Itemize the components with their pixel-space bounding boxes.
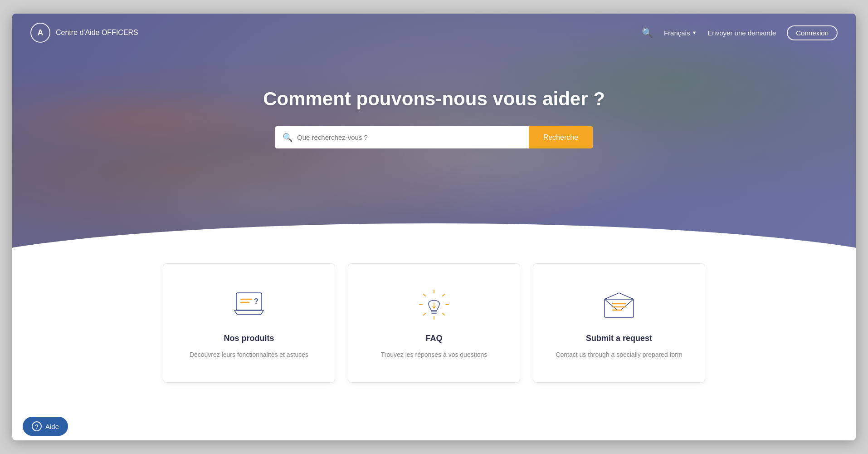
- card-faq-title: FAQ: [425, 334, 442, 343]
- svg-line-8: [424, 294, 425, 296]
- hero-title: Comment pouvons-nous vous aider ?: [263, 88, 605, 110]
- envelope-icon: [601, 286, 637, 323]
- card-faq[interactable]: FAQ Trouvez les réponses à vos questions: [348, 263, 520, 383]
- card-submit-request[interactable]: Submit a request Contact us through a sp…: [533, 263, 705, 383]
- help-button[interactable]: ? Aide: [23, 417, 68, 436]
- white-section: ? Nos produits Découvrez leurs fonctionn…: [12, 277, 856, 401]
- search-input-wrap: 🔍: [275, 126, 529, 148]
- search-input-icon: 🔍: [283, 133, 293, 143]
- language-selector[interactable]: Français ▼: [664, 29, 697, 37]
- navbar: A Centre d'Aide OFFICERS 🔍 Français ▼ En…: [12, 14, 856, 52]
- hero-content: Comment pouvons-nous vous aider ? 🔍 Rech…: [12, 52, 856, 148]
- search-bar: 🔍 Recherche: [275, 126, 593, 148]
- svg-rect-15: [605, 299, 634, 317]
- svg-line-11: [424, 313, 425, 315]
- search-input[interactable]: [297, 126, 522, 148]
- card-faq-desc: Trouvez les réponses à vos questions: [381, 350, 488, 360]
- card-submit-request-desc: Contact us through a specially prepared …: [556, 350, 682, 360]
- login-button[interactable]: Connexion: [787, 25, 838, 40]
- search-icon[interactable]: 🔍: [642, 27, 653, 38]
- send-request-link[interactable]: Envoyer une demande: [707, 29, 776, 37]
- search-button[interactable]: Recherche: [529, 126, 593, 148]
- cards-section: ? Nos produits Découvrez leurs fonctionn…: [30, 263, 838, 383]
- hero-section: A Centre d'Aide OFFICERS 🔍 Français ▼ En…: [12, 14, 856, 277]
- laptop-icon: ?: [231, 286, 267, 323]
- card-nos-produits[interactable]: ? Nos produits Découvrez leurs fonctionn…: [163, 263, 335, 383]
- nav-right: 🔍 Français ▼ Envoyer une demande Connexi…: [642, 25, 838, 40]
- nav-left: A Centre d'Aide OFFICERS: [30, 23, 138, 43]
- lightbulb-icon: [416, 286, 452, 323]
- site-title: Centre d'Aide OFFICERS: [56, 29, 138, 37]
- svg-line-9: [443, 313, 444, 315]
- logo-circle[interactable]: A: [30, 23, 50, 43]
- lang-label: Français: [664, 29, 690, 37]
- svg-text:?: ?: [254, 297, 258, 305]
- chevron-down-icon: ▼: [692, 30, 697, 35]
- svg-line-10: [443, 294, 444, 296]
- help-label: Aide: [45, 423, 59, 430]
- card-nos-produits-title: Nos produits: [224, 334, 274, 343]
- card-submit-request-title: Submit a request: [586, 334, 652, 343]
- help-circle-icon: ?: [32, 421, 42, 431]
- card-nos-produits-desc: Découvrez leurs fonctionnalités et astuc…: [190, 350, 308, 360]
- logo-letter: A: [38, 28, 44, 38]
